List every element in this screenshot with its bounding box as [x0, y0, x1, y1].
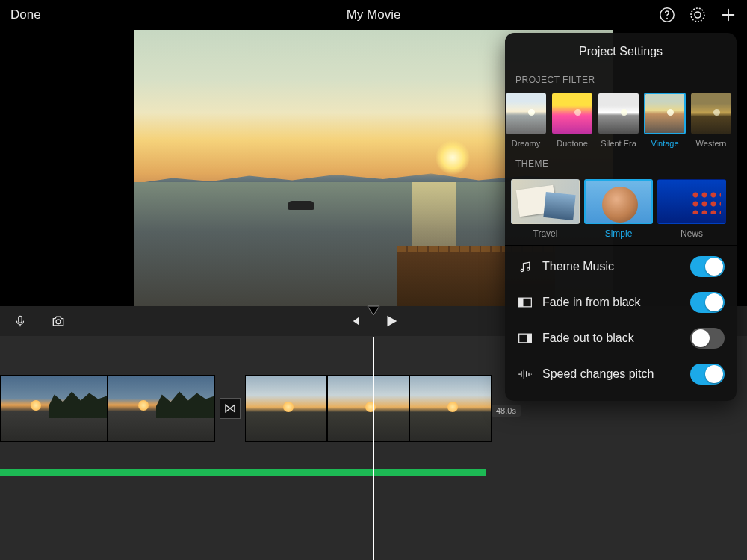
toggle-fade-in[interactable]: Fade in from black [505, 284, 737, 320]
switch-theme-music[interactable] [690, 256, 725, 277]
theme-label: Travel [533, 228, 558, 239]
filter-dreamy[interactable]: Dreamy [505, 93, 547, 148]
timeline-clip[interactable] [0, 375, 108, 442]
timeline-clip[interactable] [409, 375, 492, 442]
filter-label: Western [696, 139, 727, 148]
previous-frame-icon[interactable] [348, 313, 362, 329]
timeline-clip[interactable] [108, 375, 215, 442]
filter-label: Vintage [651, 139, 678, 148]
help-icon[interactable] [659, 7, 675, 23]
clip-duration-label: 48.0s [492, 405, 521, 417]
done-button[interactable]: Done [10, 7, 41, 22]
switch-fade-in[interactable] [690, 292, 725, 313]
theme-travel[interactable]: Travel [511, 179, 580, 239]
svg-point-5 [56, 320, 61, 324]
camera-icon[interactable] [49, 314, 67, 329]
switch-fade-out[interactable] [690, 328, 725, 349]
toggle-label: Fade out to black [542, 332, 681, 345]
theme-label: News [681, 228, 703, 239]
theme-simple[interactable]: Simple [584, 179, 653, 239]
filter-silent-era[interactable]: Silent Era [598, 93, 639, 148]
app-header: Done My Movie [0, 0, 747, 30]
theme-news[interactable]: News [657, 179, 726, 239]
add-media-icon[interactable] [720, 7, 737, 23]
theme-row: Travel Simple News [505, 176, 737, 239]
filter-row: Dreamy Duotone Silent Era Vintage Wester… [499, 93, 737, 148]
filter-label: Duotone [557, 139, 588, 148]
svg-point-1 [666, 18, 668, 19]
switch-speed-pitch[interactable] [690, 364, 725, 385]
timeline-clip[interactable] [327, 375, 409, 442]
playhead[interactable] [373, 337, 374, 560]
waveform-icon [517, 367, 533, 381]
fade-out-icon [517, 332, 533, 344]
project-settings-panel: Project Settings PROJECT FILTER Dreamy D… [505, 33, 737, 401]
toggle-theme-music[interactable]: Theme Music [505, 249, 737, 284]
svg-point-3 [695, 12, 701, 18]
theme-section-label: THEME [505, 155, 737, 176]
svg-rect-7 [519, 298, 524, 307]
microphone-icon[interactable] [13, 313, 27, 329]
panel-title: Project Settings [505, 33, 737, 72]
timeline-clip[interactable] [245, 375, 327, 442]
project-title: My Movie [347, 7, 401, 22]
audio-track[interactable] [0, 469, 486, 476]
filter-vintage[interactable]: Vintage [644, 93, 686, 148]
toggle-label: Speed changes pitch [542, 367, 681, 381]
filter-section-label: PROJECT FILTER [505, 72, 737, 93]
toggle-fade-out[interactable]: Fade out to black [505, 320, 737, 356]
playhead-handle-icon[interactable] [366, 305, 381, 320]
play-icon[interactable] [382, 313, 399, 329]
filter-western[interactable]: Western [690, 93, 732, 148]
toggle-label: Fade in from black [542, 296, 681, 309]
svg-rect-4 [19, 316, 22, 323]
fade-in-icon [517, 296, 533, 308]
settings-gear-icon[interactable] [689, 6, 707, 24]
filter-label: Silent Era [601, 139, 636, 148]
video-track[interactable] [0, 375, 492, 442]
toggle-speed-pitch[interactable]: Speed changes pitch [505, 356, 737, 392]
transition-icon[interactable] [220, 398, 241, 419]
svg-rect-9 [527, 334, 532, 343]
filter-label: Dreamy [512, 139, 541, 148]
music-note-icon [517, 259, 533, 274]
filter-duotone[interactable]: Duotone [551, 93, 593, 148]
svg-point-2 [691, 8, 704, 22]
theme-label: Simple [605, 228, 633, 239]
toggle-label: Theme Music [542, 260, 681, 273]
